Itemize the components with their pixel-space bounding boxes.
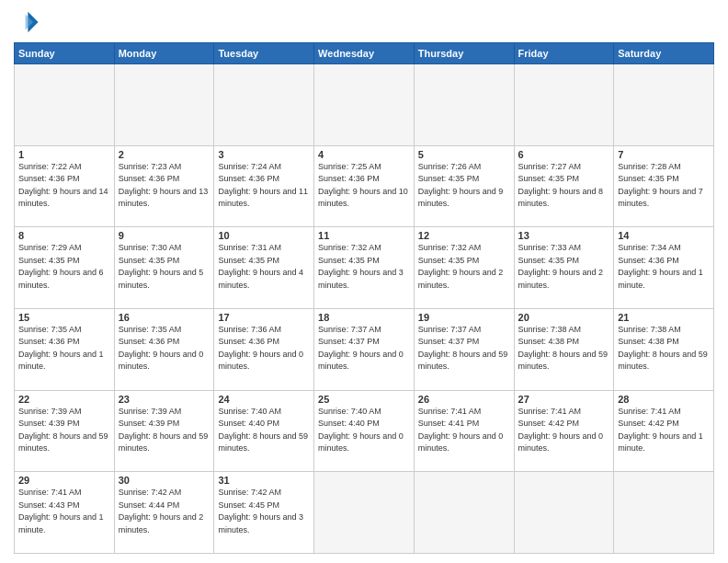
calendar-cell: 13 Sunrise: 7:33 AMSunset: 4:35 PMDaylig… [514,227,614,309]
calendar-cell: 4 Sunrise: 7:25 AMSunset: 4:36 PMDayligh… [314,145,415,227]
calendar-row [15,64,714,146]
day-number: 5 [418,149,510,160]
calendar-header-tuesday: Tuesday [214,43,314,64]
day-info: Sunrise: 7:29 AMSunset: 4:35 PMDaylight:… [18,242,110,292]
calendar-cell [614,64,714,146]
day-number: 15 [18,312,110,323]
day-info: Sunrise: 7:38 AMSunset: 4:38 PMDaylight:… [618,324,710,373]
day-number: 27 [518,394,610,405]
calendar-cell: 18 Sunrise: 7:37 AMSunset: 4:37 PMDaylig… [314,308,415,390]
calendar-cell [214,64,314,146]
day-info: Sunrise: 7:24 AMSunset: 4:36 PMDaylight:… [218,161,310,211]
page: SundayMondayTuesdayWednesdayThursdayFrid… [0,0,728,563]
calendar-cell [114,64,214,146]
day-number: 19 [418,312,510,323]
calendar-cell: 17 Sunrise: 7:36 AMSunset: 4:36 PMDaylig… [214,308,314,390]
calendar-header-row: SundayMondayTuesdayWednesdayThursdayFrid… [15,43,714,64]
day-number: 21 [618,312,710,323]
calendar-cell: 8 Sunrise: 7:29 AMSunset: 4:35 PMDayligh… [15,227,115,309]
day-number: 29 [18,475,110,486]
day-number: 30 [119,475,210,486]
day-info: Sunrise: 7:35 AMSunset: 4:36 PMDaylight:… [18,324,110,373]
day-number: 1 [18,149,110,160]
day-info: Sunrise: 7:41 AMSunset: 4:43 PMDaylight:… [18,487,110,536]
calendar-cell: 25 Sunrise: 7:40 AMSunset: 4:40 PMDaylig… [314,390,415,472]
day-info: Sunrise: 7:25 AMSunset: 4:36 PMDaylight:… [318,161,410,211]
day-number: 28 [618,394,710,405]
day-number: 13 [518,230,610,241]
calendar-cell: 7 Sunrise: 7:28 AMSunset: 4:35 PMDayligh… [614,145,714,227]
day-info: Sunrise: 7:26 AMSunset: 4:35 PMDaylight:… [418,161,510,211]
day-number: 24 [218,394,310,405]
day-number: 17 [218,312,310,323]
day-number: 2 [119,149,210,160]
calendar-cell: 3 Sunrise: 7:24 AMSunset: 4:36 PMDayligh… [214,145,314,227]
calendar-cell: 22 Sunrise: 7:39 AMSunset: 4:39 PMDaylig… [15,390,115,472]
calendar-header-monday: Monday [114,43,214,64]
day-info: Sunrise: 7:30 AMSunset: 4:35 PMDaylight:… [119,242,210,292]
day-info: Sunrise: 7:42 AMSunset: 4:45 PMDaylight:… [218,487,310,536]
calendar-cell: 15 Sunrise: 7:35 AMSunset: 4:36 PMDaylig… [15,308,115,390]
calendar-cell [314,472,415,554]
day-info: Sunrise: 7:27 AMSunset: 4:35 PMDaylight:… [518,161,610,211]
day-info: Sunrise: 7:42 AMSunset: 4:44 PMDaylight:… [119,487,210,536]
calendar-cell: 11 Sunrise: 7:32 AMSunset: 4:35 PMDaylig… [314,227,415,309]
calendar-cell [15,64,115,146]
day-number: 26 [418,394,510,405]
day-number: 3 [218,149,310,160]
day-info: Sunrise: 7:34 AMSunset: 4:36 PMDaylight:… [618,242,710,292]
day-info: Sunrise: 7:40 AMSunset: 4:40 PMDaylight:… [218,406,310,455]
day-info: Sunrise: 7:32 AMSunset: 4:35 PMDaylight:… [418,242,510,292]
calendar-cell: 21 Sunrise: 7:38 AMSunset: 4:38 PMDaylig… [614,308,714,390]
calendar-cell [414,472,514,554]
day-number: 7 [618,149,710,160]
day-info: Sunrise: 7:41 AMSunset: 4:41 PMDaylight:… [418,406,510,455]
calendar-row: 1 Sunrise: 7:22 AMSunset: 4:36 PMDayligh… [15,145,714,227]
calendar-cell [314,64,415,146]
day-info: Sunrise: 7:23 AMSunset: 4:36 PMDaylight:… [119,161,210,211]
day-number: 6 [518,149,610,160]
header [14,9,714,35]
calendar-row: 15 Sunrise: 7:35 AMSunset: 4:36 PMDaylig… [15,308,714,390]
calendar-cell: 20 Sunrise: 7:38 AMSunset: 4:38 PMDaylig… [514,308,614,390]
calendar-cell: 6 Sunrise: 7:27 AMSunset: 4:35 PMDayligh… [514,145,614,227]
calendar-cell: 14 Sunrise: 7:34 AMSunset: 4:36 PMDaylig… [614,227,714,309]
day-info: Sunrise: 7:32 AMSunset: 4:35 PMDaylight:… [318,242,410,292]
calendar-cell: 29 Sunrise: 7:41 AMSunset: 4:43 PMDaylig… [15,472,115,554]
calendar-header-sunday: Sunday [15,43,115,64]
day-number: 8 [18,230,110,241]
day-info: Sunrise: 7:28 AMSunset: 4:35 PMDaylight:… [618,161,710,211]
day-info: Sunrise: 7:35 AMSunset: 4:36 PMDaylight:… [119,324,210,373]
calendar-header-thursday: Thursday [414,43,514,64]
calendar-cell: 2 Sunrise: 7:23 AMSunset: 4:36 PMDayligh… [114,145,214,227]
day-info: Sunrise: 7:41 AMSunset: 4:42 PMDaylight:… [618,406,710,455]
calendar-cell: 30 Sunrise: 7:42 AMSunset: 4:44 PMDaylig… [114,472,214,554]
logo [14,9,43,35]
day-info: Sunrise: 7:33 AMSunset: 4:35 PMDaylight:… [518,242,610,292]
calendar-row: 8 Sunrise: 7:29 AMSunset: 4:35 PMDayligh… [15,227,714,309]
day-info: Sunrise: 7:38 AMSunset: 4:38 PMDaylight:… [518,324,610,373]
day-number: 18 [318,312,410,323]
calendar-cell [614,472,714,554]
day-number: 22 [18,394,110,405]
day-number: 9 [119,230,210,241]
day-number: 16 [119,312,210,323]
day-number: 4 [318,149,410,160]
day-number: 20 [518,312,610,323]
calendar-row: 22 Sunrise: 7:39 AMSunset: 4:39 PMDaylig… [15,390,714,472]
day-number: 11 [318,230,410,241]
calendar-cell: 1 Sunrise: 7:22 AMSunset: 4:36 PMDayligh… [15,145,115,227]
day-info: Sunrise: 7:31 AMSunset: 4:35 PMDaylight:… [218,242,310,292]
calendar-cell [414,64,514,146]
logo-icon [14,9,40,35]
calendar-cell [514,64,614,146]
day-info: Sunrise: 7:39 AMSunset: 4:39 PMDaylight:… [119,406,210,455]
calendar-row: 29 Sunrise: 7:41 AMSunset: 4:43 PMDaylig… [15,472,714,554]
calendar-cell: 27 Sunrise: 7:41 AMSunset: 4:42 PMDaylig… [514,390,614,472]
calendar-cell: 28 Sunrise: 7:41 AMSunset: 4:42 PMDaylig… [614,390,714,472]
calendar-cell: 12 Sunrise: 7:32 AMSunset: 4:35 PMDaylig… [414,227,514,309]
calendar-header-saturday: Saturday [614,43,714,64]
day-number: 25 [318,394,410,405]
calendar-cell: 31 Sunrise: 7:42 AMSunset: 4:45 PMDaylig… [214,472,314,554]
day-number: 31 [218,475,310,486]
